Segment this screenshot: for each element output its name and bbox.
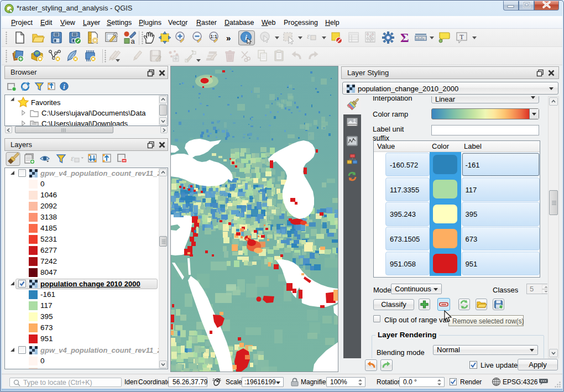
svg-text:C:\Users\ujaval\Downloads: C:\Users\ujaval\Downloads (41, 119, 128, 126)
svg-text:Favorites: Favorites (31, 98, 61, 107)
svg-text:ε: ε (307, 32, 310, 40)
svg-text:1:1: 1:1 (210, 34, 217, 39)
svg-text:Σ: Σ (400, 31, 409, 44)
svg-text:C:\Users\ujaval\Documents\Data: C:\Users\ujaval\Documents\Data (41, 109, 146, 117)
svg-text:T: T (459, 33, 464, 41)
svg-text:ε: ε (71, 154, 74, 163)
svg-text:a: a (131, 37, 135, 44)
